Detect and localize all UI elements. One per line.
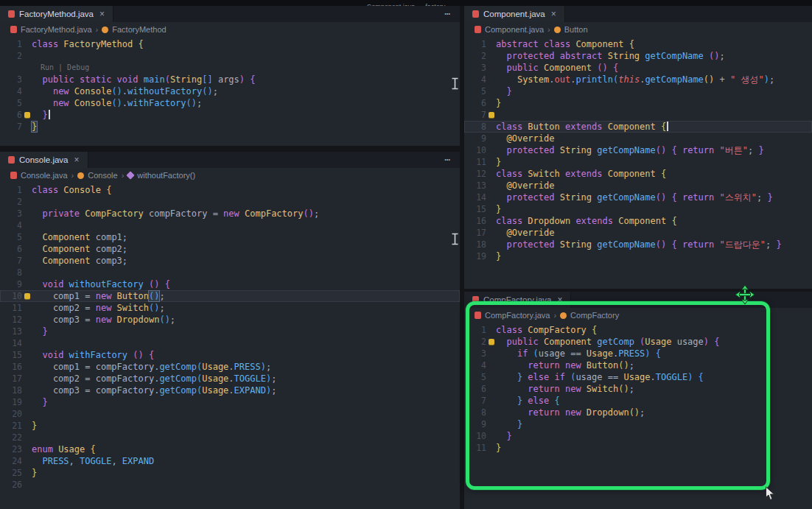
tab-bar: CompFactory.java × [464,292,812,308]
line-number: 10 [464,144,486,156]
code-text [32,50,460,62]
code-line: 25} [0,467,460,479]
code-text: class Switch extends Component { [496,168,812,180]
breadcrumb-item[interactable]: CompFactory [570,311,619,320]
method-symbol-icon [127,171,135,179]
code-text: public Component getComp (Usage usage) { [496,336,812,348]
code-area[interactable]: 1class FactoryMethod {2Run | Debug3 publ… [0,37,460,133]
line-number: 20 [0,408,22,420]
tab-label: CompFactory.java [483,295,551,304]
close-icon[interactable]: × [74,155,79,165]
code-line: 18 comp3 = compFactory.getComp(Usage.EXP… [0,385,460,396]
breadcrumb-item[interactable]: Component.java [485,25,544,34]
breadcrumb-item[interactable]: Console [88,171,117,180]
code-line: 14 [0,337,460,349]
tab-compfactory-java[interactable]: CompFactory.java × [464,292,571,308]
lightbulb-icon[interactable] [24,112,30,118]
code-line: 9 void withoutFactory () { [0,278,460,290]
line-number: 18 [0,385,22,396]
code-text: } [496,418,812,430]
code-line: 19} [464,250,812,262]
code-area[interactable]: 1abstract class Component {2 protected a… [464,37,812,262]
line-number: 17 [0,373,22,385]
class-symbol-icon [554,27,561,33]
line-number: 23 [0,443,22,455]
code-line: 6 } [0,109,460,121]
code-text [32,220,460,231]
code-line: 13 @Override [464,180,812,192]
line-number: 21 [0,420,22,432]
code-line: 6} [464,97,812,109]
line-number: 3 [464,348,486,359]
code-line: 3 public Component () { [464,62,812,74]
code-text: } [496,97,812,109]
line-number [0,62,22,74]
line-number: 5 [0,97,22,109]
code-text: comp1 = new Button(); [32,290,460,302]
class-symbol-icon [102,27,108,33]
lightbulb-icon[interactable] [489,339,494,345]
code-line: 24 PRESS, TOGGLE, EXPAND [0,455,460,467]
code-line: 5 Component comp1; [0,231,460,243]
code-line: 16class Dropdown extends Component { [464,215,812,227]
breadcrumb-item[interactable]: Button [564,25,588,34]
code-text: comp3 = new Dropdown(); [32,314,460,326]
close-icon[interactable]: × [99,9,105,19]
breadcrumb-item[interactable]: FactoryMethod.java [21,25,92,34]
code-text [32,267,460,278]
lightbulb-icon[interactable] [489,112,494,118]
code-line: 3 private CompFactory compFactory = new … [0,208,460,220]
code-text: protected String getCompName() { return … [496,144,812,156]
code-text: protected String getCompName() { return … [496,192,812,203]
tab-factorymethod-java[interactable]: FactoryMethod.java × [0,6,113,22]
codelens-run-debug[interactable]: Run | Debug [32,62,460,74]
line-number: 1 [0,184,22,196]
close-icon[interactable]: × [551,9,556,19]
breadcrumb: Component.java›Button [464,22,812,37]
line-number: 6 [464,97,486,109]
breadcrumb-item[interactable]: FactoryMethod [112,25,166,34]
code-area[interactable]: 1class CompFactory {2 public Component g… [464,323,812,454]
code-text: public Component () { [496,62,812,74]
codelens-row[interactable]: Run | Debug [0,62,460,74]
code-text: System.out.println(this.getCompName() + … [496,74,812,85]
code-text [32,196,460,208]
breadcrumb-item[interactable]: Console.java [21,171,68,180]
code-text: void withFactory () { [32,349,460,361]
code-line: 9 } [464,418,812,430]
line-number: 25 [0,467,22,479]
code-line: 2 public Component getComp (Usage usage)… [464,336,812,348]
code-text: class Button extends Component { [496,121,812,133]
line-number: 1 [464,38,486,50]
code-line: 2 protected abstract String getCompName … [464,50,812,62]
breadcrumb-item[interactable]: CompFactory.java [485,311,550,320]
tab-label: FactoryMethod.java [19,10,94,18]
vscode-window: Component.java — factory FactoryMethod.j… [0,0,812,509]
code-text: PRESS, TOGGLE, EXPAND [32,455,460,467]
tab-console-java[interactable]: Console.java × [0,152,88,168]
code-text: @Override [496,227,812,239]
code-text: } [32,121,460,133]
code-line: 4 return new Button(); [464,359,812,371]
editor-actions-button[interactable]: ⋯ [444,8,451,19]
close-icon[interactable]: × [557,295,562,305]
editor-actions-button[interactable]: ⋯ [444,154,451,165]
line-number: 4 [0,85,22,97]
line-number: 2 [464,336,486,348]
line-number: 4 [0,220,22,231]
tab-component-java[interactable]: Component.java × [464,6,565,22]
code-line: 12 comp3 = new Dropdown(); [0,314,460,326]
code-text: if (usage == Usage.PRESS) { [496,348,812,359]
code-area[interactable]: 1class Console {23 private CompFactory c… [0,183,460,491]
breadcrumb-separator: › [122,171,125,180]
lightbulb-icon[interactable] [24,293,30,299]
breadcrumb-item[interactable]: withoutFactory() [137,171,195,180]
line-number: 19 [0,396,22,408]
code-line: 15} [464,203,812,215]
tab-label: Component.java [483,10,545,18]
code-line: 7 } else { [464,395,812,407]
text-caret [667,122,668,131]
java-file-icon [8,156,15,164]
file-symbol-icon [10,172,17,179]
line-number: 2 [464,50,486,62]
